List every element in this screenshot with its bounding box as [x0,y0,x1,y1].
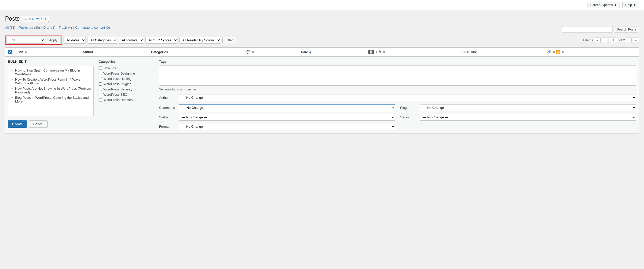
filter-button[interactable]: Filter [222,37,236,43]
post-title: Blog Posts in WordPress: Covering the Ba… [15,96,91,103]
select-all-checkbox[interactable] [8,50,12,54]
comments-column-header[interactable]: 💬 [244,48,299,57]
prev-page-button[interactable]: ‹ [602,38,607,43]
pings-select[interactable]: — No Change — [420,104,636,111]
bulk-edit-post-list: ⚠ How to Stop Spam Comments on My Blog i… [8,66,94,116]
remove-icon[interactable]: ⚠ [10,78,14,82]
remove-icon[interactable]: ⚠ [10,96,14,100]
seo-title-label: SEO Title [462,50,477,54]
comments-select[interactable]: — No Change — [179,104,395,111]
link-sort [553,51,555,53]
category-wp-seo-checkbox[interactable] [99,93,102,96]
page-title: Posts [5,15,20,23]
categories-col-label: Categories [99,60,154,63]
list-item: WordPress Hosting [99,76,154,81]
share-sort [562,51,564,53]
readability-filter[interactable]: All Readability Scores [179,37,221,44]
link-arrow-up [553,51,555,52]
fields-section: Comments — No Change — Pings — No C [159,104,636,130]
link-icon: 🔗 [547,50,551,54]
category-wp-hosting-checkbox[interactable] [99,77,102,80]
sticky-select[interactable]: — No Change — [420,114,636,121]
category-how-tos-checkbox[interactable] [99,66,102,70]
list-item: ⚠ New Posts Are Not Showing In WordPress… [10,86,91,95]
category-label: WordPress Designing [103,72,135,75]
remove-icon[interactable]: ⚠ [10,69,14,73]
sep2: | [41,26,42,29]
title-sort-arrows [25,51,27,54]
bulk-edit-actions: Update Cancel [8,120,94,128]
share-arrow-down [562,52,564,53]
chevron-down-icon: ▼ [633,3,636,7]
date-sort-down [309,52,311,54]
link-arrow-down [553,52,555,53]
bulk-edit-title: BULK EDIT [8,60,94,63]
list-item: WordPress Updates [99,97,154,103]
cancel-button[interactable]: Cancel [29,120,48,128]
category-label: WordPress Updates [103,98,133,102]
status-link-published[interactable]: Published (30) [19,26,40,29]
category-wp-designing-checkbox[interactable] [99,72,102,75]
date-column-header[interactable]: Date [298,48,366,57]
date-sort-up [309,51,311,52]
total-items: 31 items [581,38,593,42]
search-posts-button[interactable]: Search Posts [614,26,639,32]
title-sort-up [25,51,27,52]
add-new-button[interactable]: Add New Post [23,16,49,22]
author-column-header[interactable]: Author [80,48,149,57]
current-page-input[interactable] [608,38,618,43]
comment-sort [252,51,254,53]
list-item: WordPress Designing [99,71,154,76]
seo-icon: 📄 [368,50,374,54]
extra-icons-column-header: 🔗 🔁 [545,48,639,57]
bulk-edit-row: BULK EDIT ⚠ How to Stop Spam Comments on… [5,56,639,133]
seo-scores-filter[interactable]: All SEO Scores [145,37,178,44]
bulk-action-wrapper: Edit Delete Permanently Apply [5,36,62,45]
category-wp-security-checkbox[interactable] [99,88,102,91]
list-item: How Tos [99,65,154,71]
last-page-button[interactable]: » [633,38,639,43]
search-input[interactable] [562,26,612,32]
status-link-trash[interactable]: Trash (4) [59,26,72,29]
author-select[interactable]: — No Change — [179,94,636,101]
of-label: of [619,38,622,42]
help-label: Help [625,3,632,7]
category-label: WordPress Hosting [103,77,132,81]
category-label: WordPress Plugins [103,82,131,86]
title-column-header[interactable]: Title [14,48,80,57]
first-page-button[interactable]: « [594,38,600,43]
author-label: Author [159,96,177,99]
tags-input[interactable] [159,65,636,86]
help-button[interactable]: Help ▼ [622,2,639,8]
screen-options-button[interactable]: Screen Options ▼ [588,2,620,8]
status-link-draft[interactable]: Draft (1) [43,26,55,29]
status-links: All (31) | Published (30) | Draft (1) | … [5,26,110,29]
format-select[interactable]: — No Change — [179,123,395,130]
share-icon: 🔁 [556,50,560,54]
next-page-button[interactable]: › [626,38,631,43]
pen-arrow-up [383,51,385,52]
bulk-action-select[interactable]: Edit Delete Permanently [6,37,45,44]
list-item: WordPress Plugins [99,81,154,87]
category-wp-updates-checkbox[interactable] [99,98,102,102]
status-link-cornerstone[interactable]: Cornerstone content (0) [75,26,110,29]
pings-label: Pings [400,106,418,110]
chevron-down-icon: ▼ [614,3,617,7]
date-sort-arrows [309,51,311,54]
seo-icons-wrapper: 📄 ✎ [368,50,457,54]
formats-filter[interactable]: All formats [119,37,144,44]
update-button[interactable]: Update [8,120,27,128]
status-link-all[interactable]: All (31) [5,26,15,29]
pen-icon: ✎ [378,50,382,54]
remove-icon[interactable]: ⚠ [10,87,14,91]
bulk-edit-col2: Categories How Tos WordPress Designing [99,60,154,130]
list-item: WordPress SEO [99,92,154,97]
apply-button[interactable]: Apply [46,37,61,43]
dates-filter[interactable]: All dates [64,37,86,44]
status-select[interactable]: — No Change — [179,114,395,121]
category-wp-plugins-checkbox[interactable] [99,82,102,86]
categories-filter[interactable]: All Categories [87,37,117,44]
bulk-edit-inner: BULK EDIT ⚠ How to Stop Spam Comments on… [8,60,636,130]
seo-icon-sort [375,51,377,53]
categories-column-header[interactable]: Categories [149,48,244,57]
